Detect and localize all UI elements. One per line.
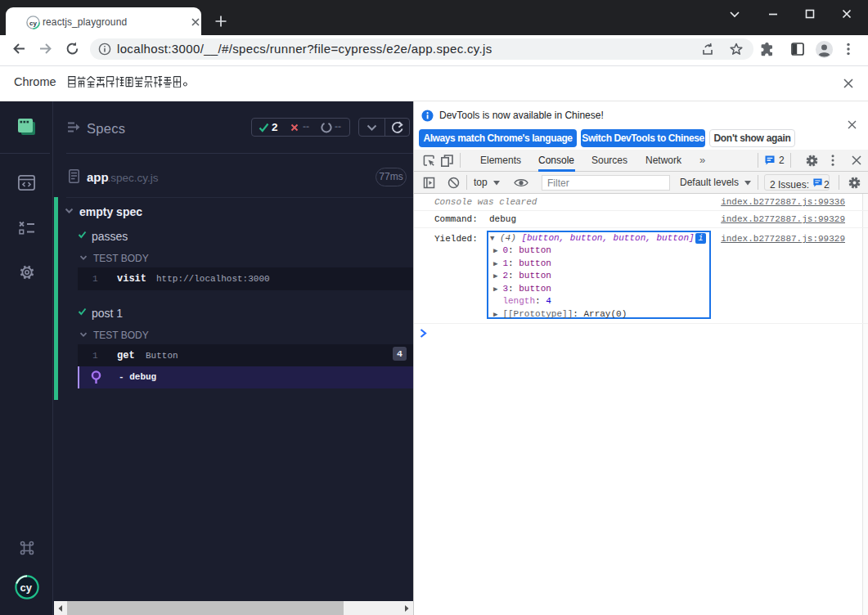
svg-text:cy: cy (29, 20, 37, 27)
svg-text:cy: cy (20, 581, 33, 594)
